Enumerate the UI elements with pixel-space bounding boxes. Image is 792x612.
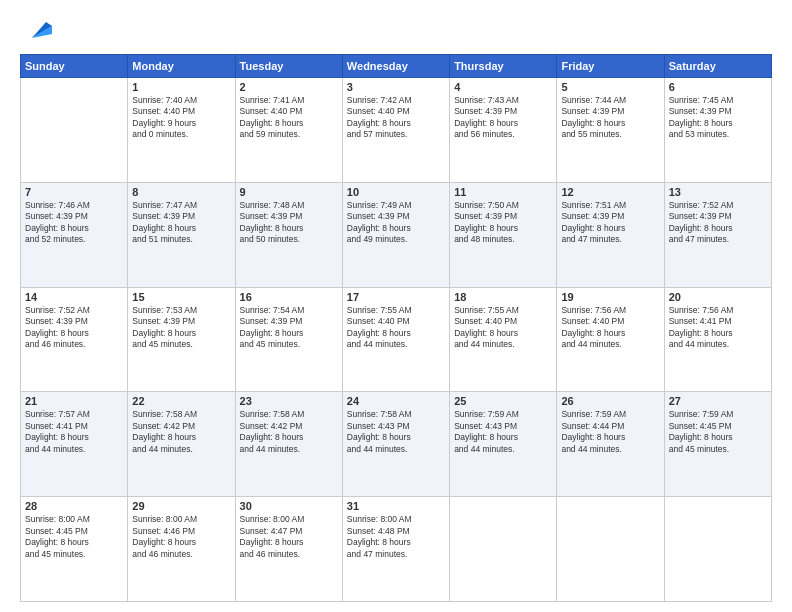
cell-info: Sunrise: 7:42 AMSunset: 4:40 PMDaylight:… bbox=[347, 95, 445, 141]
cell-info: Sunrise: 7:47 AMSunset: 4:39 PMDaylight:… bbox=[132, 200, 230, 246]
day-number: 23 bbox=[240, 395, 338, 407]
col-header-thursday: Thursday bbox=[450, 55, 557, 78]
day-number: 27 bbox=[669, 395, 767, 407]
calendar-week-3: 14Sunrise: 7:52 AMSunset: 4:39 PMDayligh… bbox=[21, 287, 772, 392]
day-number: 13 bbox=[669, 186, 767, 198]
day-number: 15 bbox=[132, 291, 230, 303]
day-number: 22 bbox=[132, 395, 230, 407]
calendar-cell: 14Sunrise: 7:52 AMSunset: 4:39 PMDayligh… bbox=[21, 287, 128, 392]
calendar-header-row: SundayMondayTuesdayWednesdayThursdayFrid… bbox=[21, 55, 772, 78]
day-number: 9 bbox=[240, 186, 338, 198]
cell-info: Sunrise: 7:53 AMSunset: 4:39 PMDaylight:… bbox=[132, 305, 230, 351]
calendar-cell: 21Sunrise: 7:57 AMSunset: 4:41 PMDayligh… bbox=[21, 392, 128, 497]
day-number: 3 bbox=[347, 81, 445, 93]
day-number: 20 bbox=[669, 291, 767, 303]
cell-info: Sunrise: 7:59 AMSunset: 4:43 PMDaylight:… bbox=[454, 409, 552, 455]
cell-info: Sunrise: 7:46 AMSunset: 4:39 PMDaylight:… bbox=[25, 200, 123, 246]
col-header-friday: Friday bbox=[557, 55, 664, 78]
col-header-tuesday: Tuesday bbox=[235, 55, 342, 78]
header bbox=[20, 16, 772, 44]
calendar-cell: 5Sunrise: 7:44 AMSunset: 4:39 PMDaylight… bbox=[557, 78, 664, 183]
calendar-cell: 31Sunrise: 8:00 AMSunset: 4:48 PMDayligh… bbox=[342, 497, 449, 602]
cell-info: Sunrise: 7:50 AMSunset: 4:39 PMDaylight:… bbox=[454, 200, 552, 246]
calendar-cell: 20Sunrise: 7:56 AMSunset: 4:41 PMDayligh… bbox=[664, 287, 771, 392]
cell-info: Sunrise: 7:56 AMSunset: 4:40 PMDaylight:… bbox=[561, 305, 659, 351]
cell-info: Sunrise: 7:52 AMSunset: 4:39 PMDaylight:… bbox=[669, 200, 767, 246]
day-number: 4 bbox=[454, 81, 552, 93]
col-header-sunday: Sunday bbox=[21, 55, 128, 78]
col-header-monday: Monday bbox=[128, 55, 235, 78]
calendar-cell: 10Sunrise: 7:49 AMSunset: 4:39 PMDayligh… bbox=[342, 182, 449, 287]
day-number: 29 bbox=[132, 500, 230, 512]
day-number: 28 bbox=[25, 500, 123, 512]
calendar-cell: 26Sunrise: 7:59 AMSunset: 4:44 PMDayligh… bbox=[557, 392, 664, 497]
cell-info: Sunrise: 8:00 AMSunset: 4:45 PMDaylight:… bbox=[25, 514, 123, 560]
day-number: 12 bbox=[561, 186, 659, 198]
cell-info: Sunrise: 7:59 AMSunset: 4:44 PMDaylight:… bbox=[561, 409, 659, 455]
day-number: 5 bbox=[561, 81, 659, 93]
day-number: 21 bbox=[25, 395, 123, 407]
calendar-cell: 7Sunrise: 7:46 AMSunset: 4:39 PMDaylight… bbox=[21, 182, 128, 287]
day-number: 6 bbox=[669, 81, 767, 93]
cell-info: Sunrise: 7:56 AMSunset: 4:41 PMDaylight:… bbox=[669, 305, 767, 351]
cell-info: Sunrise: 7:58 AMSunset: 4:42 PMDaylight:… bbox=[132, 409, 230, 455]
calendar-cell: 18Sunrise: 7:55 AMSunset: 4:40 PMDayligh… bbox=[450, 287, 557, 392]
day-number: 8 bbox=[132, 186, 230, 198]
calendar-cell: 11Sunrise: 7:50 AMSunset: 4:39 PMDayligh… bbox=[450, 182, 557, 287]
col-header-saturday: Saturday bbox=[664, 55, 771, 78]
cell-info: Sunrise: 7:59 AMSunset: 4:45 PMDaylight:… bbox=[669, 409, 767, 455]
day-number: 18 bbox=[454, 291, 552, 303]
cell-info: Sunrise: 7:40 AMSunset: 4:40 PMDaylight:… bbox=[132, 95, 230, 141]
calendar-cell: 17Sunrise: 7:55 AMSunset: 4:40 PMDayligh… bbox=[342, 287, 449, 392]
cell-info: Sunrise: 7:41 AMSunset: 4:40 PMDaylight:… bbox=[240, 95, 338, 141]
cell-info: Sunrise: 7:43 AMSunset: 4:39 PMDaylight:… bbox=[454, 95, 552, 141]
calendar-cell: 13Sunrise: 7:52 AMSunset: 4:39 PMDayligh… bbox=[664, 182, 771, 287]
day-number: 26 bbox=[561, 395, 659, 407]
day-number: 14 bbox=[25, 291, 123, 303]
day-number: 2 bbox=[240, 81, 338, 93]
calendar-cell: 25Sunrise: 7:59 AMSunset: 4:43 PMDayligh… bbox=[450, 392, 557, 497]
calendar-cell bbox=[664, 497, 771, 602]
day-number: 17 bbox=[347, 291, 445, 303]
day-number: 1 bbox=[132, 81, 230, 93]
calendar-cell bbox=[557, 497, 664, 602]
calendar-cell: 16Sunrise: 7:54 AMSunset: 4:39 PMDayligh… bbox=[235, 287, 342, 392]
day-number: 25 bbox=[454, 395, 552, 407]
day-number: 30 bbox=[240, 500, 338, 512]
cell-info: Sunrise: 7:55 AMSunset: 4:40 PMDaylight:… bbox=[454, 305, 552, 351]
cell-info: Sunrise: 7:51 AMSunset: 4:39 PMDaylight:… bbox=[561, 200, 659, 246]
calendar-cell: 15Sunrise: 7:53 AMSunset: 4:39 PMDayligh… bbox=[128, 287, 235, 392]
calendar-cell: 3Sunrise: 7:42 AMSunset: 4:40 PMDaylight… bbox=[342, 78, 449, 183]
col-header-wednesday: Wednesday bbox=[342, 55, 449, 78]
calendar-cell: 22Sunrise: 7:58 AMSunset: 4:42 PMDayligh… bbox=[128, 392, 235, 497]
cell-info: Sunrise: 7:49 AMSunset: 4:39 PMDaylight:… bbox=[347, 200, 445, 246]
calendar-cell: 8Sunrise: 7:47 AMSunset: 4:39 PMDaylight… bbox=[128, 182, 235, 287]
day-number: 31 bbox=[347, 500, 445, 512]
day-number: 11 bbox=[454, 186, 552, 198]
cell-info: Sunrise: 7:58 AMSunset: 4:43 PMDaylight:… bbox=[347, 409, 445, 455]
page: SundayMondayTuesdayWednesdayThursdayFrid… bbox=[0, 0, 792, 612]
calendar-cell: 28Sunrise: 8:00 AMSunset: 4:45 PMDayligh… bbox=[21, 497, 128, 602]
calendar-cell bbox=[450, 497, 557, 602]
logo bbox=[20, 16, 56, 44]
cell-info: Sunrise: 7:58 AMSunset: 4:42 PMDaylight:… bbox=[240, 409, 338, 455]
calendar-week-5: 28Sunrise: 8:00 AMSunset: 4:45 PMDayligh… bbox=[21, 497, 772, 602]
cell-info: Sunrise: 8:00 AMSunset: 4:46 PMDaylight:… bbox=[132, 514, 230, 560]
day-number: 19 bbox=[561, 291, 659, 303]
cell-info: Sunrise: 7:44 AMSunset: 4:39 PMDaylight:… bbox=[561, 95, 659, 141]
calendar-cell: 4Sunrise: 7:43 AMSunset: 4:39 PMDaylight… bbox=[450, 78, 557, 183]
calendar-cell: 24Sunrise: 7:58 AMSunset: 4:43 PMDayligh… bbox=[342, 392, 449, 497]
calendar-week-2: 7Sunrise: 7:46 AMSunset: 4:39 PMDaylight… bbox=[21, 182, 772, 287]
calendar-cell: 1Sunrise: 7:40 AMSunset: 4:40 PMDaylight… bbox=[128, 78, 235, 183]
calendar-week-4: 21Sunrise: 7:57 AMSunset: 4:41 PMDayligh… bbox=[21, 392, 772, 497]
logo-icon bbox=[24, 12, 56, 44]
calendar-cell: 2Sunrise: 7:41 AMSunset: 4:40 PMDaylight… bbox=[235, 78, 342, 183]
calendar-cell: 12Sunrise: 7:51 AMSunset: 4:39 PMDayligh… bbox=[557, 182, 664, 287]
cell-info: Sunrise: 7:57 AMSunset: 4:41 PMDaylight:… bbox=[25, 409, 123, 455]
cell-info: Sunrise: 8:00 AMSunset: 4:47 PMDaylight:… bbox=[240, 514, 338, 560]
calendar-cell: 27Sunrise: 7:59 AMSunset: 4:45 PMDayligh… bbox=[664, 392, 771, 497]
calendar-cell: 23Sunrise: 7:58 AMSunset: 4:42 PMDayligh… bbox=[235, 392, 342, 497]
calendar-cell bbox=[21, 78, 128, 183]
calendar-week-1: 1Sunrise: 7:40 AMSunset: 4:40 PMDaylight… bbox=[21, 78, 772, 183]
day-number: 7 bbox=[25, 186, 123, 198]
